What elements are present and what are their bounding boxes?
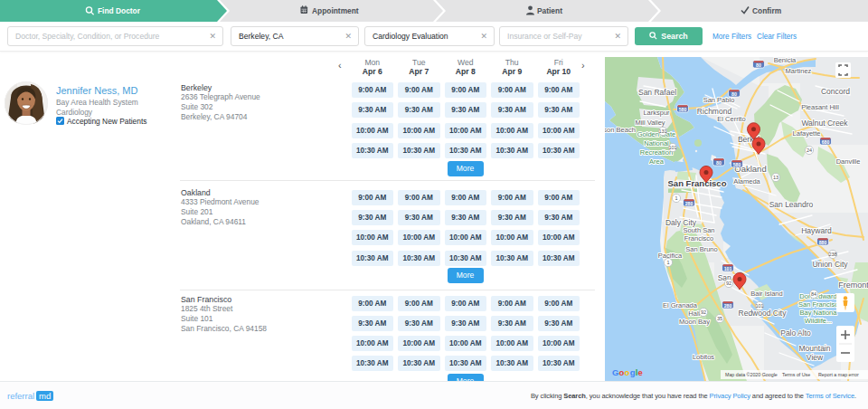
svg-text:nson Beach: nson Beach: [605, 126, 636, 134]
svg-text:San Bruno: San Bruno: [685, 245, 717, 253]
svg-text:Danville: Danville: [836, 157, 861, 166]
svg-text:Union City: Union City: [812, 260, 848, 269]
svg-text:680: 680: [822, 139, 830, 145]
svg-text:National: National: [644, 139, 669, 147]
svg-text:84: 84: [811, 291, 816, 297]
svg-text:Mill Valley: Mill Valley: [635, 119, 665, 127]
svg-text:Area: Area: [649, 157, 665, 166]
svg-text:San Rafael: San Rafael: [638, 88, 676, 97]
svg-text:Appointment: Appointment: [312, 6, 359, 15]
svg-text:Walnut Creek: Walnut Creek: [801, 119, 848, 128]
svg-text:Martinez: Martinez: [786, 67, 812, 75]
svg-text:Fremont: Fremont: [838, 281, 868, 290]
svg-text:View: View: [807, 353, 824, 362]
svg-text:San Pablo: San Pablo: [703, 96, 735, 104]
svg-text:80: 80: [716, 160, 722, 166]
svg-text:Lafayette: Lafayette: [793, 129, 821, 138]
svg-text:24: 24: [807, 147, 812, 153]
svg-text:Larkspur: Larkspur: [643, 109, 670, 117]
svg-text:101: 101: [668, 145, 676, 150]
svg-text:Golden Gate: Golden Gate: [637, 130, 676, 138]
svg-text:Concord: Concord: [821, 87, 850, 96]
svg-text:280: 280: [724, 303, 732, 309]
svg-text:Wildlife...: Wildlife...: [805, 317, 832, 325]
svg-text:101: 101: [724, 266, 732, 271]
svg-text:Pleasant Hill: Pleasant Hill: [801, 103, 839, 111]
svg-text:El Cerrito: El Cerrito: [717, 115, 745, 123]
svg-text:South San: South San: [683, 226, 714, 234]
svg-text:580: 580: [733, 162, 741, 167]
svg-text:880: 880: [819, 240, 827, 245]
svg-text:92: 92: [726, 281, 731, 286]
svg-text:Find Doctor: Find Doctor: [98, 6, 141, 15]
svg-text:Bay Nationa: Bay Nationa: [800, 309, 838, 317]
svg-text:Moon Bay: Moon Bay: [679, 318, 710, 326]
svg-text:Google: Google: [612, 367, 643, 377]
svg-text:Report a map error: Report a map error: [818, 372, 859, 377]
svg-text:San Leandro: San Leandro: [769, 200, 814, 209]
svg-text:Alameda: Alameda: [733, 177, 760, 185]
svg-text:101: 101: [755, 303, 763, 309]
svg-text:Palo Alto: Palo Alto: [780, 328, 811, 338]
svg-text:Mountain: Mountain: [799, 344, 831, 353]
svg-text:92: 92: [701, 309, 706, 315]
svg-text:Francisco: Francisco: [684, 234, 714, 243]
svg-text:80: 80: [731, 91, 737, 97]
svg-text:Confirm: Confirm: [752, 6, 781, 15]
svg-text:Lobitos: Lobitos: [693, 353, 714, 361]
svg-text:Redwood City: Redwood City: [739, 309, 788, 318]
svg-text:80: 80: [756, 62, 761, 68]
svg-text:238: 238: [828, 252, 836, 257]
svg-text:Hayward: Hayward: [801, 226, 832, 235]
svg-text:Bair Island: Bair Island: [750, 290, 782, 298]
svg-text:35: 35: [717, 316, 722, 321]
svg-text:Don Edward: Don Edward: [799, 292, 836, 300]
svg-text:131: 131: [658, 128, 666, 134]
svg-text:San Francisc: San Francisc: [798, 300, 838, 309]
svg-text:1: 1: [675, 195, 677, 201]
svg-text:1: 1: [666, 260, 669, 265]
svg-text:Benicia: Benicia: [774, 57, 797, 64]
svg-text:Terms of Use: Terms of Use: [782, 372, 810, 377]
svg-text:280: 280: [685, 201, 693, 206]
svg-text:Map data ©2020 Google: Map data ©2020 Google: [725, 372, 778, 377]
svg-text:580: 580: [679, 107, 687, 112]
svg-text:El Granada: El Granada: [663, 301, 698, 309]
svg-text:Patient: Patient: [537, 6, 562, 15]
svg-text:San Francisco: San Francisco: [668, 178, 727, 188]
svg-text:13: 13: [773, 175, 778, 180]
